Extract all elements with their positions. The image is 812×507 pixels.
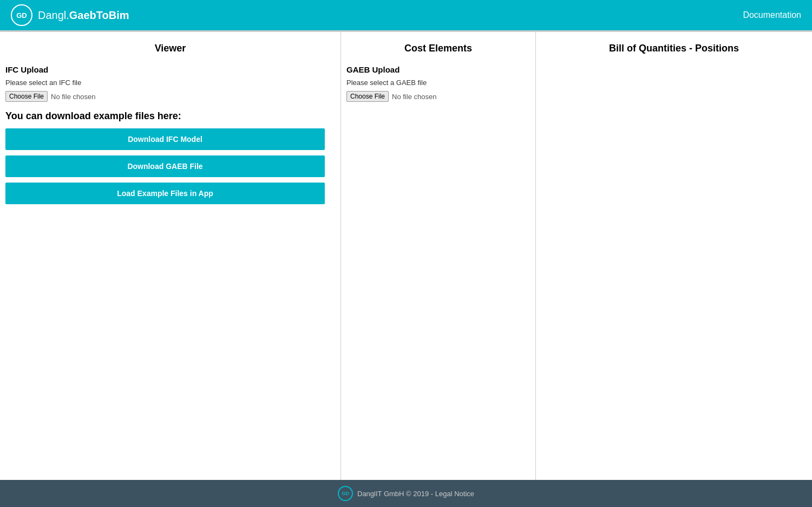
boq-column: Bill of Quantities - Positions	[536, 32, 812, 480]
logo-circle: GD	[11, 4, 32, 26]
gaeb-no-file-label: No file chosen	[392, 93, 436, 101]
title-bold: GaebToBim	[69, 9, 129, 21]
gaeb-upload-desc: Please select a GAEB file	[346, 79, 530, 87]
ifc-file-input-row: Choose File No file chosen	[5, 91, 335, 102]
gaeb-choose-file-button[interactable]: Choose File	[346, 91, 389, 102]
viewer-column: Viewer IFC Upload Please select an IFC f…	[0, 32, 341, 480]
app-footer: GD DanglIT GmbH © 2019 - Legal Notice	[0, 480, 812, 507]
app-header: GD Dangl.GaebToBim Documentation	[0, 0, 812, 30]
download-ifc-button[interactable]: Download IFC Model	[5, 128, 325, 150]
footer-logo-text: GD	[342, 491, 349, 496]
gaeb-upload-title: GAEB Upload	[346, 65, 530, 74]
gaeb-file-input-row: Choose File No file chosen	[346, 91, 530, 102]
cost-elements-header: Cost Elements	[346, 43, 530, 54]
ifc-no-file-label: No file chosen	[51, 93, 95, 101]
ifc-choose-file-button[interactable]: Choose File	[5, 91, 48, 102]
boq-header: Bill of Quantities - Positions	[541, 43, 807, 54]
logo-text: GD	[16, 11, 27, 20]
ifc-upload-title: IFC Upload	[5, 65, 335, 74]
documentation-link[interactable]: Documentation	[743, 10, 801, 20]
footer-logo-circle: GD	[338, 486, 353, 501]
app-title: Dangl.GaebToBim	[38, 9, 129, 22]
download-heading: You can download example files here:	[5, 110, 335, 122]
header-logo: GD Dangl.GaebToBim	[11, 4, 129, 26]
main-content: Viewer IFC Upload Please select an IFC f…	[0, 32, 812, 480]
title-normal: Dangl.	[38, 9, 69, 21]
download-gaeb-button[interactable]: Download GAEB File	[5, 155, 325, 177]
load-example-button[interactable]: Load Example Files in App	[5, 183, 325, 204]
viewer-header: Viewer	[5, 43, 335, 54]
cost-elements-column: Cost Elements GAEB Upload Please select …	[341, 32, 536, 480]
ifc-upload-desc: Please select an IFC file	[5, 79, 335, 87]
footer-text: DanglIT GmbH © 2019 - Legal Notice	[357, 490, 474, 498]
